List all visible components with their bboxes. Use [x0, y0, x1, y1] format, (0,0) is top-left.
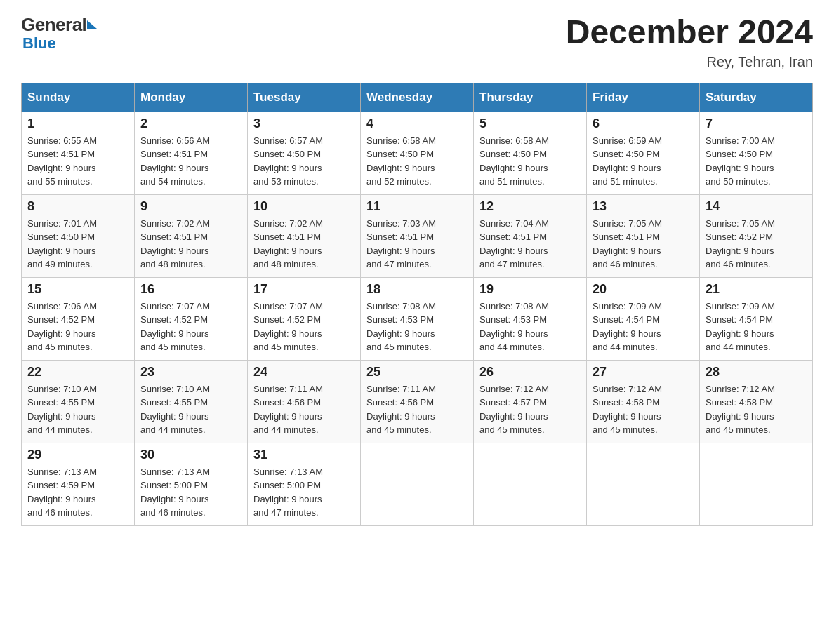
calendar-cell: 10Sunrise: 7:02 AMSunset: 4:51 PMDayligh… [248, 194, 361, 277]
calendar-cell: 20Sunrise: 7:09 AMSunset: 4:54 PMDayligh… [587, 277, 700, 360]
day-info: Sunrise: 7:12 AMSunset: 4:57 PMDaylight:… [479, 382, 581, 437]
calendar-cell: 2Sunrise: 6:56 AMSunset: 4:51 PMDaylight… [135, 112, 248, 194]
calendar-cell: 6Sunrise: 6:59 AMSunset: 4:50 PMDaylight… [587, 112, 700, 194]
calendar-week-row: 15Sunrise: 7:06 AMSunset: 4:52 PMDayligh… [22, 277, 813, 360]
day-info: Sunrise: 6:58 AMSunset: 4:50 PMDaylight:… [479, 134, 581, 189]
day-number: 15 [27, 282, 128, 297]
column-header-tuesday: Tuesday [248, 83, 361, 112]
column-header-wednesday: Wednesday [361, 83, 474, 112]
day-number: 24 [253, 365, 355, 380]
day-info: Sunrise: 7:13 AMSunset: 5:00 PMDaylight:… [140, 465, 241, 520]
day-number: 22 [27, 365, 128, 380]
day-info: Sunrise: 7:02 AMSunset: 4:51 PMDaylight:… [253, 217, 355, 271]
day-number: 31 [253, 448, 355, 462]
calendar-cell: 19Sunrise: 7:08 AMSunset: 4:53 PMDayligh… [474, 277, 587, 360]
day-info: Sunrise: 7:02 AMSunset: 4:51 PMDaylight:… [140, 217, 241, 271]
calendar-title: December 2024 [566, 14, 813, 51]
day-info: Sunrise: 7:03 AMSunset: 4:51 PMDaylight:… [366, 217, 468, 271]
day-number: 30 [140, 448, 241, 462]
calendar-cell: 17Sunrise: 7:07 AMSunset: 4:52 PMDayligh… [248, 277, 361, 360]
calendar-cell: 29Sunrise: 7:13 AMSunset: 4:59 PMDayligh… [22, 443, 135, 525]
day-number: 11 [366, 199, 468, 214]
logo-chevron-icon [87, 20, 97, 29]
calendar-week-row: 8Sunrise: 7:01 AMSunset: 4:50 PMDaylight… [22, 194, 813, 277]
day-info: Sunrise: 7:11 AMSunset: 4:56 PMDaylight:… [253, 382, 355, 437]
calendar-cell: 16Sunrise: 7:07 AMSunset: 4:52 PMDayligh… [135, 277, 248, 360]
calendar-cell: 14Sunrise: 7:05 AMSunset: 4:52 PMDayligh… [700, 194, 813, 277]
day-info: Sunrise: 7:07 AMSunset: 4:52 PMDaylight:… [140, 300, 241, 354]
calendar-cell: 22Sunrise: 7:10 AMSunset: 4:55 PMDayligh… [22, 360, 135, 443]
day-number: 8 [27, 199, 128, 214]
day-info: Sunrise: 7:10 AMSunset: 4:55 PMDaylight:… [140, 382, 241, 437]
day-number: 10 [253, 199, 355, 214]
logo-row1: General [21, 14, 97, 36]
calendar-cell: 26Sunrise: 7:12 AMSunset: 4:57 PMDayligh… [474, 360, 587, 443]
day-info: Sunrise: 7:00 AMSunset: 4:50 PMDaylight:… [706, 134, 807, 189]
calendar-cell: 30Sunrise: 7:13 AMSunset: 5:00 PMDayligh… [135, 443, 248, 525]
day-info: Sunrise: 7:05 AMSunset: 4:51 PMDaylight:… [593, 217, 694, 271]
column-header-monday: Monday [135, 83, 248, 112]
day-number: 4 [366, 116, 468, 131]
day-number: 7 [706, 116, 807, 131]
day-info: Sunrise: 7:08 AMSunset: 4:53 PMDaylight:… [366, 300, 468, 354]
calendar-cell: 8Sunrise: 7:01 AMSunset: 4:50 PMDaylight… [22, 194, 135, 277]
calendar-cell: 3Sunrise: 6:57 AMSunset: 4:50 PMDaylight… [248, 112, 361, 194]
day-number: 19 [479, 282, 581, 297]
calendar-cell: 11Sunrise: 7:03 AMSunset: 4:51 PMDayligh… [361, 194, 474, 277]
calendar-cell: 23Sunrise: 7:10 AMSunset: 4:55 PMDayligh… [135, 360, 248, 443]
calendar-cell [700, 443, 813, 525]
day-number: 6 [593, 116, 694, 131]
day-number: 5 [479, 116, 581, 131]
calendar-cell: 27Sunrise: 7:12 AMSunset: 4:58 PMDayligh… [587, 360, 700, 443]
calendar-table: SundayMondayTuesdayWednesdayThursdayFrid… [21, 83, 813, 526]
day-info: Sunrise: 7:08 AMSunset: 4:53 PMDaylight:… [479, 300, 581, 354]
day-number: 1 [27, 116, 128, 131]
calendar-cell [587, 443, 700, 525]
day-number: 13 [593, 199, 694, 214]
day-info: Sunrise: 7:05 AMSunset: 4:52 PMDaylight:… [706, 217, 807, 271]
day-info: Sunrise: 7:12 AMSunset: 4:58 PMDaylight:… [706, 382, 807, 437]
calendar-cell: 31Sunrise: 7:13 AMSunset: 5:00 PMDayligh… [248, 443, 361, 525]
column-header-thursday: Thursday [474, 83, 587, 112]
day-number: 2 [140, 116, 241, 131]
day-info: Sunrise: 6:57 AMSunset: 4:50 PMDaylight:… [253, 134, 355, 189]
calendar-cell: 4Sunrise: 6:58 AMSunset: 4:50 PMDaylight… [361, 112, 474, 194]
calendar-cell [361, 443, 474, 525]
day-number: 3 [253, 116, 355, 131]
day-number: 16 [140, 282, 241, 297]
day-number: 17 [253, 282, 355, 297]
day-info: Sunrise: 6:59 AMSunset: 4:50 PMDaylight:… [593, 134, 694, 189]
calendar-week-row: 1Sunrise: 6:55 AMSunset: 4:51 PMDaylight… [22, 112, 813, 194]
day-number: 12 [479, 199, 581, 214]
day-info: Sunrise: 7:10 AMSunset: 4:55 PMDaylight:… [27, 382, 128, 437]
calendar-week-row: 29Sunrise: 7:13 AMSunset: 4:59 PMDayligh… [22, 443, 813, 525]
day-number: 25 [366, 365, 468, 380]
calendar-cell: 9Sunrise: 7:02 AMSunset: 4:51 PMDaylight… [135, 194, 248, 277]
calendar-cell: 18Sunrise: 7:08 AMSunset: 4:53 PMDayligh… [361, 277, 474, 360]
logo-blue-text: Blue [22, 34, 56, 53]
day-info: Sunrise: 7:07 AMSunset: 4:52 PMDaylight:… [253, 300, 355, 354]
day-info: Sunrise: 7:09 AMSunset: 4:54 PMDaylight:… [706, 300, 807, 354]
day-info: Sunrise: 7:04 AMSunset: 4:51 PMDaylight:… [479, 217, 581, 271]
day-info: Sunrise: 6:55 AMSunset: 4:51 PMDaylight:… [27, 134, 128, 189]
calendar-cell: 25Sunrise: 7:11 AMSunset: 4:56 PMDayligh… [361, 360, 474, 443]
day-info: Sunrise: 7:01 AMSunset: 4:50 PMDaylight:… [27, 217, 128, 271]
day-number: 20 [593, 282, 694, 297]
day-number: 23 [140, 365, 241, 380]
calendar-cell [474, 443, 587, 525]
calendar-cell: 24Sunrise: 7:11 AMSunset: 4:56 PMDayligh… [248, 360, 361, 443]
day-number: 14 [706, 199, 807, 214]
calendar-week-row: 22Sunrise: 7:10 AMSunset: 4:55 PMDayligh… [22, 360, 813, 443]
day-info: Sunrise: 7:06 AMSunset: 4:52 PMDaylight:… [27, 300, 128, 354]
calendar-cell: 21Sunrise: 7:09 AMSunset: 4:54 PMDayligh… [700, 277, 813, 360]
calendar-cell: 1Sunrise: 6:55 AMSunset: 4:51 PMDaylight… [22, 112, 135, 194]
day-number: 28 [706, 365, 807, 380]
calendar-cell: 13Sunrise: 7:05 AMSunset: 4:51 PMDayligh… [587, 194, 700, 277]
day-number: 26 [479, 365, 581, 380]
day-info: Sunrise: 7:09 AMSunset: 4:54 PMDaylight:… [593, 300, 694, 354]
day-info: Sunrise: 7:13 AMSunset: 5:00 PMDaylight:… [253, 465, 355, 520]
day-number: 21 [706, 282, 807, 297]
calendar-cell: 7Sunrise: 7:00 AMSunset: 4:50 PMDaylight… [700, 112, 813, 194]
calendar-cell: 12Sunrise: 7:04 AMSunset: 4:51 PMDayligh… [474, 194, 587, 277]
column-header-sunday: Sunday [22, 83, 135, 112]
